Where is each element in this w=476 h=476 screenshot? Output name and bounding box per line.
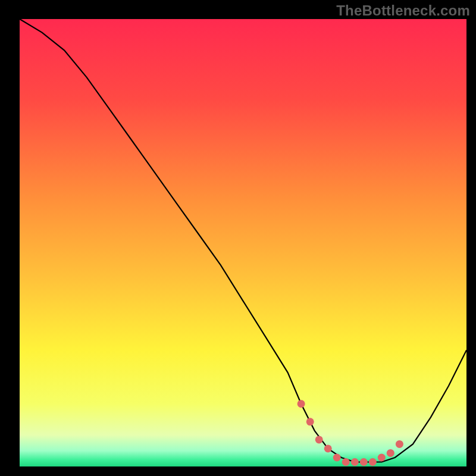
optimal-dot — [369, 458, 377, 466]
optimal-dot — [387, 449, 394, 457]
optimal-dot — [396, 440, 403, 448]
optimal-dot — [315, 436, 323, 443]
optimal-dot — [351, 458, 359, 466]
gradient-background — [20, 19, 466, 466]
optimal-dot — [298, 400, 305, 408]
optimal-dot — [333, 454, 341, 462]
optimal-dot — [360, 458, 368, 466]
optimal-dot — [306, 418, 314, 425]
chart-container: TheBottleneck.com — [0, 0, 476, 476]
bottleneck-chart — [0, 0, 476, 476]
optimal-dot — [324, 444, 332, 452]
optimal-dot — [378, 454, 386, 462]
watermark-text: TheBottleneck.com — [336, 2, 470, 19]
optimal-dot — [342, 458, 350, 466]
